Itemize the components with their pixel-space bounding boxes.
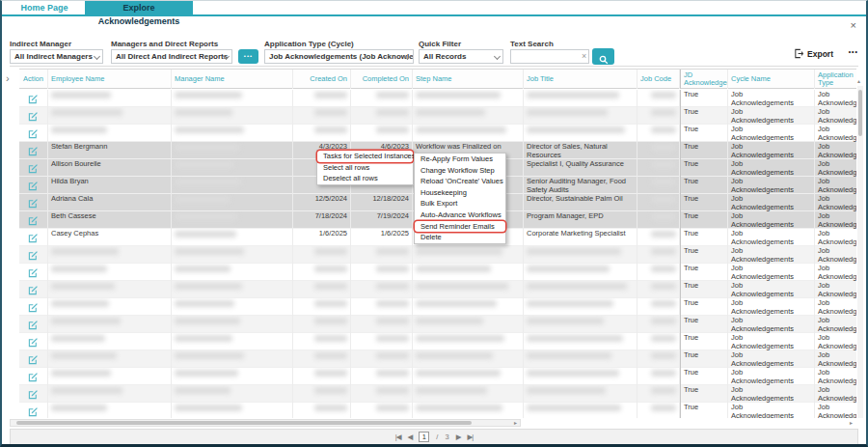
action-edit-button[interactable] — [19, 107, 48, 125]
edit-icon[interactable] — [28, 320, 39, 330]
edit-icon[interactable] — [28, 111, 39, 122]
col-header-action[interactable]: Action — [19, 70, 48, 89]
action-edit-button[interactable] — [19, 316, 48, 333]
application-type-select[interactable]: Job Acknowledgements (Job Acknowledgemer — [264, 49, 414, 64]
action-edit-button[interactable] — [19, 177, 48, 194]
edit-icon[interactable] — [28, 215, 39, 226]
grid-row[interactable]: TrueJob AcknowledgementsJob Acknowledgem… — [19, 107, 856, 125]
clear-search-icon[interactable]: × — [582, 52, 586, 61]
employee-name-cell: Allison Bourelle — [48, 159, 172, 177]
edit-icon[interactable] — [28, 354, 39, 365]
export-button[interactable]: Export — [794, 48, 833, 59]
managers-reports-select[interactable]: All Direct And Indirect Reports — [111, 49, 232, 64]
prev-page-button[interactable]: ◀ — [408, 433, 413, 441]
grid-row[interactable]: TrueJob AcknowledgementsJob Acknowledgem… — [19, 281, 856, 298]
action-edit-button[interactable] — [19, 211, 48, 229]
horizontal-scrollbar[interactable] — [10, 419, 521, 427]
first-page-button[interactable]: |◀ — [395, 433, 401, 441]
action-edit-button[interactable] — [19, 142, 48, 159]
grid-row[interactable]: TrueJob AcknowledgementsJob Acknowledgem… — [19, 298, 856, 316]
menu-item-tasks-for-selected-instances[interactable]: Tasks for Selected Instances › — [317, 151, 413, 162]
more-filters-button[interactable]: ••• — [238, 49, 258, 64]
action-edit-button[interactable] — [19, 194, 48, 211]
col-header-employee[interactable]: Employee Name — [48, 70, 172, 89]
menu-item-auto-advance-workflows[interactable]: Auto-Advance Workflows — [415, 210, 505, 221]
edit-icon[interactable] — [28, 94, 39, 104]
col-header-job-title[interactable]: Job Title — [524, 70, 637, 89]
grid-row[interactable]: TrueJob AcknowledgementsJob Acknowledgem… — [19, 264, 856, 281]
action-edit-button[interactable] — [19, 350, 48, 368]
menu-item-send-reminder-emails[interactable]: Send Reminder Emails — [415, 221, 505, 233]
quick-filter-select[interactable]: All Records — [419, 49, 503, 64]
edit-icon[interactable] — [28, 233, 39, 243]
next-page-button[interactable]: ▶ — [456, 433, 461, 441]
menu-item-delete[interactable]: Delete — [415, 232, 505, 243]
page-number-input[interactable]: 1 — [419, 432, 429, 442]
edit-icon[interactable] — [28, 250, 39, 261]
grid-row[interactable]: TrueJob AcknowledgementsJob Acknowledgem… — [19, 246, 856, 264]
hscroll-right-icon[interactable]: ▸ — [514, 419, 517, 427]
edit-icon[interactable] — [28, 146, 39, 156]
action-edit-button[interactable] — [19, 333, 48, 350]
action-edit-button[interactable] — [19, 125, 48, 142]
edit-icon[interactable] — [28, 163, 39, 174]
tab-explore-acknowledgements[interactable]: Explore Acknowledgements — [85, 1, 193, 14]
col-header-jd-acknowledged[interactable]: JD Acknowledged? — [680, 70, 728, 89]
grid-row[interactable]: TrueJob AcknowledgementsJob Acknowledgem… — [19, 90, 856, 107]
menu-item-change-workflow-step[interactable]: Change Workflow Step — [415, 165, 505, 177]
action-edit-button[interactable] — [19, 229, 48, 246]
search-input[interactable] — [510, 49, 589, 64]
menu-item-reload-oncreate-values[interactable]: Reload 'OnCreate' Values — [415, 176, 505, 187]
edit-icon[interactable] — [28, 285, 39, 295]
col-header-created[interactable]: Created On — [293, 70, 351, 89]
action-edit-button[interactable] — [19, 246, 48, 264]
edit-icon[interactable] — [28, 372, 39, 382]
menu-item-reapply-form-values[interactable]: Re-Apply Form Values — [415, 154, 505, 165]
action-edit-button[interactable] — [19, 264, 48, 281]
vscroll-up-icon[interactable]: ▴ — [857, 77, 860, 84]
indirect-manager-select[interactable]: All Indirect Managers — [10, 49, 103, 64]
grid-row[interactable]: TrueJob AcknowledgementsJob Acknowledgem… — [19, 316, 856, 333]
grid-row[interactable]: TrueJob AcknowledgementsJob Acknowledgem… — [19, 125, 856, 142]
grid-row[interactable]: TrueJob AcknowledgementsJob Acknowledgem… — [19, 350, 856, 368]
col-header-application-type[interactable]: Application Type — [815, 70, 856, 89]
action-edit-button[interactable] — [19, 159, 48, 177]
vscroll-thumb[interactable] — [858, 90, 862, 136]
menu-item-housekeeping[interactable]: Housekeeping — [415, 187, 505, 199]
grid-row[interactable]: TrueJob AcknowledgementsJob Acknowledgem… — [19, 385, 856, 403]
menu-item-select-all-rows[interactable]: Select all rows — [317, 162, 413, 174]
expand-panel-icon[interactable]: › — [6, 72, 10, 84]
action-edit-button[interactable] — [19, 90, 48, 107]
grid-row[interactable]: TrueJob AcknowledgementsJob Acknowledgem… — [19, 403, 856, 418]
close-icon[interactable]: × — [851, 20, 856, 30]
frozen-hscroll-right-icon[interactable]: ▸ — [850, 419, 853, 427]
last-page-button[interactable]: ▶| — [467, 433, 473, 441]
hscroll-thumb[interactable] — [16, 421, 472, 425]
action-edit-button[interactable] — [19, 385, 48, 403]
edit-icon[interactable] — [28, 181, 39, 191]
col-header-manager[interactable]: Manager Name — [172, 70, 293, 89]
edit-icon[interactable] — [28, 128, 39, 139]
edit-icon[interactable] — [28, 198, 39, 209]
col-header-step[interactable]: Step Name — [413, 70, 524, 89]
edit-icon[interactable] — [28, 267, 39, 278]
grid-row[interactable]: TrueJob AcknowledgementsJob Acknowledgem… — [19, 368, 856, 385]
search-button[interactable] — [592, 48, 614, 65]
edit-icon[interactable] — [28, 302, 39, 313]
edit-icon[interactable] — [28, 389, 39, 400]
col-header-cycle-name[interactable]: Cycle Name — [728, 70, 815, 89]
more-actions-button[interactable]: ••• — [849, 48, 858, 55]
menu-item-bulk-export[interactable]: Bulk Export — [415, 198, 505, 210]
action-edit-button[interactable] — [19, 298, 48, 316]
action-edit-button[interactable] — [19, 281, 48, 298]
edit-icon[interactable] — [28, 337, 39, 348]
action-edit-button[interactable] — [19, 403, 48, 418]
col-header-completed[interactable]: Completed On — [351, 70, 413, 89]
menu-item-deselect-all-rows[interactable]: Deselect all rows — [317, 173, 413, 184]
vertical-scrollbar[interactable] — [857, 86, 863, 418]
grid-row[interactable]: TrueJob AcknowledgementsJob Acknowledgem… — [19, 333, 856, 350]
edit-icon[interactable] — [28, 406, 39, 417]
col-header-job-code[interactable]: Job Code — [637, 70, 680, 89]
action-edit-button[interactable] — [19, 368, 48, 385]
tab-home-page[interactable]: Home Page — [10, 1, 79, 14]
